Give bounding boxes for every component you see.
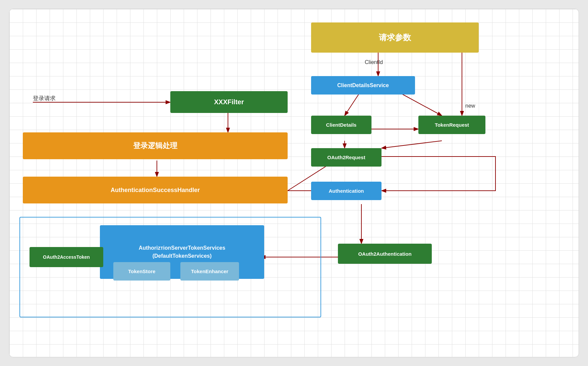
box-oauth2-authentication: OAuth2Authentication [338, 244, 432, 264]
label-denglu-qingqiu: 登录请求 [33, 95, 56, 102]
box-auth-success-handler: AuthenticationSuccessHandler [23, 177, 288, 203]
box-token-request: TokenRequest [418, 116, 485, 134]
box-token-store: TokenStore [113, 262, 170, 281]
diagram-canvas: 登录请求 ClientId new 请求参数 ClientDetailsServ… [9, 9, 579, 357]
box-authentication: Authentication [311, 182, 381, 200]
box-client-details-service: ClientDetailsService [311, 76, 415, 95]
label-clientid: ClientId [365, 59, 383, 65]
box-denglu-luoji: 登录逻辑处理 [23, 132, 288, 159]
box-xxx-filter: XXXFilter [170, 91, 288, 113]
box-qingqiu-canshu: 请求参数 [311, 22, 479, 53]
box-oauth2-access-token: OAuth2AccessToken [30, 247, 103, 267]
box-oauth2-request: OAuth2Request [311, 148, 381, 167]
label-new: new [465, 103, 475, 109]
svg-line-12 [381, 141, 442, 148]
box-client-details: ClientDetails [311, 116, 371, 134]
box-token-enhancer: TokenEnhancer [180, 262, 239, 281]
